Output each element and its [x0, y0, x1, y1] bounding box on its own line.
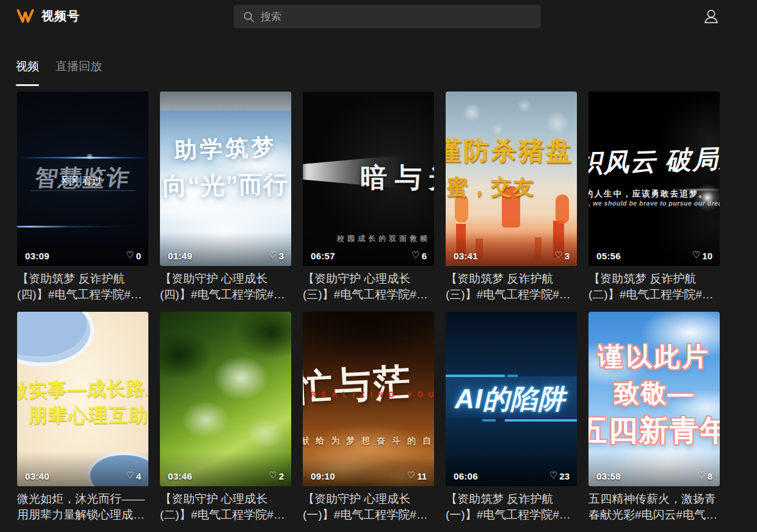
like-count: ♡23: [549, 470, 570, 481]
thumbnail-subtitle: e, we should be brave to pursue our drea…: [589, 200, 720, 207]
video-grid: 智慧鉴诈 刚刚看过 03:09 ♡0 【资助筑梦 反诈护航(四)】#电气工程学院…: [17, 92, 740, 523]
like-count-value: 8: [708, 471, 712, 481]
video-duration: 06:06: [454, 471, 478, 481]
like-count: ♡3: [554, 250, 570, 261]
like-count-value: 3: [279, 251, 284, 261]
thumbnail-text: 五四新青年: [589, 411, 720, 450]
video-title[interactable]: 【资助守护 心理成长(四)】#电气工程学院#电闪云: [160, 271, 291, 303]
thumbnail-text: 谨防杀猪盘: [446, 134, 573, 168]
thumbnail-subtitle: 献给为梦想奋斗的自己: [303, 436, 434, 447]
like-count-value: 4: [136, 471, 141, 481]
video-thumbnail[interactable]: 做实事—成长路上 朋辈心理互助项目 03:40 ♡4: [17, 312, 148, 486]
video-duration: 03:40: [25, 471, 49, 481]
search-input[interactable]: 搜索: [234, 5, 541, 28]
heart-icon: ♡: [697, 470, 705, 481]
heart-icon: ♡: [269, 250, 277, 261]
video-card[interactable]: 忙与茫 REALIZING YOUR 献给为梦想奋斗的自己 09:10 ♡11 …: [303, 312, 434, 523]
video-thumbnail[interactable]: 助学筑梦 向“光”而行 01:49 ♡3: [160, 92, 291, 266]
video-card[interactable]: 智慧鉴诈 刚刚看过 03:09 ♡0 【资助筑梦 反诈护航(四)】#电气工程学院…: [17, 92, 148, 303]
heart-icon: ♡: [407, 470, 415, 481]
thumbnail-text: 谨以此片: [589, 340, 720, 374]
tab-live-replay[interactable]: 直播回放: [56, 59, 102, 82]
tech-line: [482, 419, 496, 422]
video-title[interactable]: 【资助守护 心理成长(一)】#电气工程学院#电闪云: [303, 491, 434, 523]
person-silhouette: [556, 195, 569, 224]
content-tabs: 视频 直播回放: [16, 59, 102, 82]
video-title[interactable]: 【资助守护 心理成长(三)】#电气工程学院#电闪云: [303, 271, 434, 303]
search-icon: [243, 11, 255, 23]
like-count: ♡0: [126, 250, 141, 261]
thumbnail-overlay-text: REALIZING YOUR: [311, 390, 434, 399]
like-count: ♡2: [269, 470, 284, 481]
thumbnail-text: 甜蜜，交友: [446, 173, 535, 201]
video-duration: 01:49: [168, 251, 192, 261]
video-thumbnail[interactable]: 智慧鉴诈 刚刚看过 03:09 ♡0: [17, 92, 148, 266]
video-title[interactable]: 【资助筑梦 反诈护航(一)】#电气工程学院#电闪云: [446, 491, 577, 523]
video-duration: 03:58: [596, 471, 621, 481]
like-count-value: 11: [417, 471, 427, 481]
video-card[interactable]: 谨以此片 致敬— 五四新青年 03:58 ♡8 五四精神传薪火，激扬青春献光彩#…: [589, 312, 720, 523]
video-duration: 05:56: [596, 251, 621, 261]
light-streak: [17, 226, 148, 228]
video-duration: 03:41: [454, 251, 478, 261]
heart-icon: ♡: [549, 470, 557, 481]
video-card[interactable]: 暗与光 校园成长的双面救赎 06:57 ♡6 【资助守护 心理成长(三)】#电气…: [303, 92, 434, 303]
app-title: 视频号: [42, 8, 80, 24]
video-title[interactable]: 五四精神传薪火，激扬青春献光彩#电闪云#电气工程...: [589, 491, 720, 523]
video-thumbnail[interactable]: AI的陷阱 06:06 ♡23: [446, 312, 577, 486]
video-card[interactable]: AI的陷阱 06:06 ♡23 【资助筑梦 反诈护航(一)】#电气工程学院#电闪…: [446, 312, 577, 523]
video-thumbnail[interactable]: 暗与光 校园成长的双面救赎 06:57 ♡6: [303, 92, 434, 266]
person-icon: [702, 8, 720, 26]
thumbnail-text: 朋辈心理互助项目: [28, 403, 148, 428]
heart-icon: ♡: [126, 250, 134, 261]
like-count-value: 3: [565, 251, 570, 261]
thumbnail-text: AI的陷阱: [455, 381, 565, 417]
video-title[interactable]: 【资助筑梦 反诈护航(三)】#电气工程学院#电闪云: [446, 271, 577, 303]
video-card[interactable]: 谨防杀猪盘 甜蜜，交友 03:41 ♡3 【资助筑梦 反诈护航(三)】#电气工程…: [446, 92, 577, 303]
like-count: ♡10: [692, 250, 712, 261]
video-duration: 06:57: [311, 251, 335, 261]
light-streak: [17, 157, 148, 159]
thumbnail-text: 做实事—成长路上: [17, 375, 148, 403]
like-count-value: 23: [559, 471, 570, 481]
video-card[interactable]: 助学筑梦 向“光”而行 01:49 ♡3 【资助守护 心理成长(四)】#电气工程…: [160, 92, 291, 303]
thumbnail-subtitle: 的人生中，应该勇敢去追梦。: [589, 189, 708, 200]
video-duration: 03:09: [25, 251, 49, 261]
app-logo[interactable]: 视频号: [16, 8, 80, 24]
heart-icon: ♡: [411, 250, 419, 261]
video-title[interactable]: 微光如炬，沐光而行——用朋辈力量解锁心理成长密...: [17, 491, 148, 523]
thumbnail-text: 助学筑梦: [160, 131, 291, 166]
heart-icon: ♡: [554, 250, 562, 261]
like-count: ♡8: [697, 470, 712, 481]
video-thumbnail[interactable]: 谨防杀猪盘 甜蜜，交友 03:41 ♡3: [446, 92, 577, 266]
profile-button[interactable]: [701, 7, 722, 27]
thumbnail-text: 忙与茫: [303, 358, 414, 413]
search-placeholder: 搜索: [261, 10, 281, 24]
video-card[interactable]: 03:46 ♡2 【资助守护 心理成长(二)】#电气工程学院#电闪云: [160, 312, 291, 523]
just-watched-badge: 刚刚看过: [62, 174, 102, 188]
video-card[interactable]: 做实事—成长路上 朋辈心理互助项目 03:40 ♡4 微光如炬，沐光而行——用朋…: [17, 312, 148, 523]
cloud-decoration: [17, 312, 94, 366]
like-count-value: 2: [279, 471, 284, 481]
like-count: ♡3: [269, 250, 284, 261]
video-card[interactable]: 织风云 破局之 的人生中，应该勇敢去追梦。 e, we should be br…: [589, 92, 720, 303]
heart-icon: ♡: [692, 250, 700, 261]
tab-videos[interactable]: 视频: [16, 59, 39, 82]
video-duration: 09:10: [311, 471, 335, 481]
tech-line: [505, 419, 577, 422]
thumbnail-text: 向“光”而行: [160, 167, 291, 203]
like-count-value: 10: [702, 251, 712, 261]
like-count-value: 0: [136, 251, 141, 261]
thumbnail-text: 织风云 破局之: [589, 141, 720, 181]
video-title[interactable]: 【资助筑梦 反诈护航(二)】#电气工程学院#电闪云: [589, 271, 720, 303]
video-duration: 03:46: [168, 471, 192, 481]
video-thumbnail[interactable]: 03:46 ♡2: [160, 312, 291, 486]
video-thumbnail[interactable]: 忙与茫 REALIZING YOUR 献给为梦想奋斗的自己 09:10 ♡11: [303, 312, 434, 486]
heart-icon: ♡: [126, 470, 134, 481]
video-thumbnail[interactable]: 织风云 破局之 的人生中，应该勇敢去追梦。 e, we should be br…: [589, 92, 720, 266]
heart-icon: ♡: [269, 470, 277, 481]
video-title[interactable]: 【资助筑梦 反诈护航(四)】#电气工程学院#电闪云: [17, 271, 148, 303]
video-title[interactable]: 【资助守护 心理成长(二)】#电气工程学院#电闪云: [160, 491, 291, 523]
divider: [31, 190, 136, 191]
video-thumbnail[interactable]: 谨以此片 致敬— 五四新青年 03:58 ♡8: [589, 312, 720, 486]
